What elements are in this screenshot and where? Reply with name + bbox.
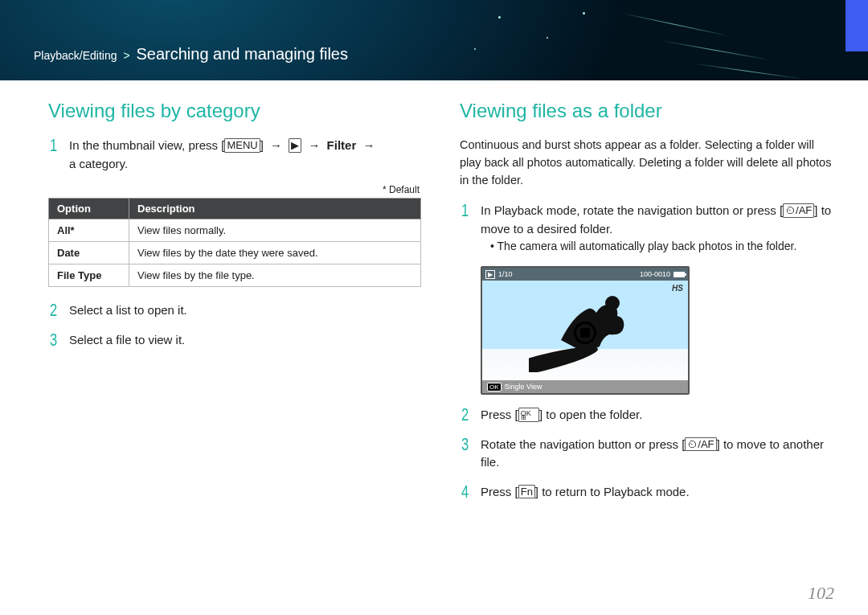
- right-step-2: 2 Press [OK⊞ ] to open the folder.: [460, 406, 833, 424]
- battery-icon: [674, 272, 685, 277]
- breadcrumb-separator: >: [123, 49, 129, 62]
- step-number: 3: [461, 436, 471, 472]
- step-text: Select a list to open it.: [69, 301, 187, 320]
- heading-viewing-by-category: Viewing files by category: [48, 100, 421, 122]
- table-row: Date View files by the date they were sa…: [49, 242, 421, 264]
- step-number: 1: [461, 202, 471, 255]
- table-header-description: Description: [129, 199, 421, 219]
- nav-button-label: ⏲/AF: [685, 437, 716, 452]
- file-number: 100-0010: [640, 270, 670, 278]
- step-text: In Playback mode, rotate the navigation …: [481, 202, 833, 255]
- step-text: Press [Fn] to return to Playback mode.: [481, 483, 690, 502]
- step-text: Select a file to view it.: [69, 331, 185, 350]
- section-tab-indicator: [845, 0, 868, 51]
- nav-button-label: ⏲/AF: [783, 203, 814, 218]
- step-sub: The camera will automatically play back …: [490, 238, 833, 255]
- step-number: 2: [50, 301, 59, 320]
- hs-badge: HS: [672, 284, 683, 293]
- step-number: 2: [461, 406, 471, 424]
- play-icon: ▶: [289, 138, 301, 153]
- step-text: Rotate the navigation button or press [⏲…: [481, 436, 833, 472]
- step-text: In the thumbnail view, press [MENU] → ▶ …: [69, 137, 378, 173]
- breadcrumb: Playback/Editing > Searching and managin…: [34, 45, 348, 64]
- step-number: 3: [50, 331, 59, 350]
- screenshot-topbar: ▶ 1/10 100-0010: [482, 268, 688, 281]
- ok-badge: OK: [487, 383, 502, 392]
- left-column: Viewing files by category 1 In the thumb…: [48, 100, 421, 512]
- table-row: File Type View files by the file type.: [49, 264, 421, 287]
- step-number: 1: [50, 137, 59, 173]
- screenshot-botbar: OK Single View: [482, 380, 688, 393]
- page-number: 102: [808, 583, 834, 604]
- single-view-label: Single View: [505, 383, 542, 391]
- left-step-3: 3 Select a file to view it.: [48, 331, 421, 350]
- svg-point-1: [605, 296, 620, 310]
- play-mode-icon: ▶: [485, 270, 495, 279]
- heading-viewing-as-folder: Viewing files as a folder: [460, 100, 833, 122]
- left-step-1: 1 In the thumbnail view, press [MENU] → …: [48, 137, 421, 173]
- step-text: Press [OK⊞ ] to open the folder.: [481, 406, 642, 424]
- right-step-3: 3 Rotate the navigation button or press …: [460, 436, 833, 472]
- table-header-option: Option: [49, 199, 129, 219]
- right-column: Viewing files as a folder Continuous and…: [460, 100, 833, 512]
- ok-button-label: OK⊞: [518, 408, 539, 422]
- left-step-2: 2 Select a list to open it.: [48, 301, 421, 320]
- fn-button-label: Fn: [518, 485, 535, 499]
- default-note: * Default: [48, 184, 420, 195]
- shutter-overlay-icon: [574, 322, 596, 344]
- folder-preview-screenshot: ▶ 1/10 100-0010 HS OK Single View: [481, 266, 690, 395]
- table-row: All* View files normally.: [49, 219, 421, 242]
- content: Viewing files by category 1 In the thumb…: [0, 80, 868, 512]
- intro-text: Continuous and burst shots appear as a f…: [460, 137, 833, 189]
- options-table: Option Description All* View files norma…: [48, 198, 421, 287]
- breadcrumb-category: Playback/Editing: [34, 49, 117, 62]
- step-number: 4: [461, 483, 471, 502]
- menu-button-label: MENU: [224, 138, 260, 153]
- page-header: Playback/Editing > Searching and managin…: [0, 0, 868, 80]
- breadcrumb-title: Searching and managing files: [136, 45, 348, 63]
- photo-counter: 1/10: [498, 270, 513, 278]
- right-step-4: 4 Press [Fn] to return to Playback mode.: [460, 483, 833, 502]
- right-step-1: 1 In Playback mode, rotate the navigatio…: [460, 202, 833, 255]
